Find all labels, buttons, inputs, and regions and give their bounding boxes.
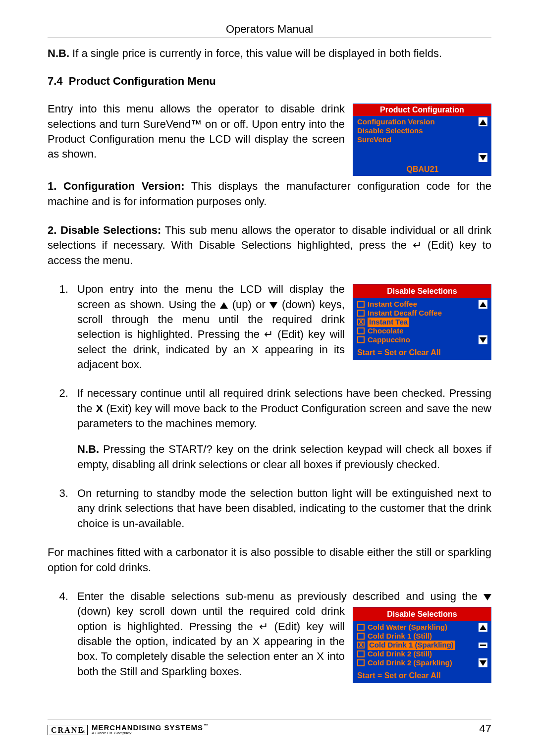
- carbonator-paragraph: For machines fitted with a carbonator it…: [48, 545, 491, 575]
- lcd-row: Cold Drink 1 (Still): [357, 632, 491, 641]
- lcd-row-label: Cold Drink 1 (Still): [368, 632, 432, 641]
- brand-logo: CRANE® MERCHANDISING SYSTEMS™ A Crane Co…: [48, 723, 209, 735]
- scroll-up-icon: [479, 623, 487, 632]
- page-number: 47: [480, 722, 491, 735]
- lcd-row: Cold Drink 2 (Still): [357, 649, 491, 658]
- section-heading: 7.4 Product Configuration Menu: [48, 75, 491, 88]
- lcd-row: Instant Decaff Coffee: [357, 309, 491, 318]
- step-4-text-a: Enter the disable selections sub-menu as…: [77, 590, 483, 602]
- scroll-down-icon: [479, 153, 487, 162]
- steps-list: Disable SelectionsInstant CoffeeInstant …: [48, 282, 491, 531]
- up-icon: [220, 302, 228, 309]
- step-2-nb-label: N.B.: [77, 443, 99, 455]
- lcd-product-configuration: Product ConfigurationConfiguration Versi…: [353, 104, 491, 176]
- checkbox-icon: [357, 336, 365, 343]
- step-1-text-b: (up) or: [228, 298, 269, 311]
- lcd-row-label: Cappuccino: [368, 335, 410, 344]
- config-version-label: 1. Configuration Version:: [48, 180, 185, 192]
- checkbox-icon: [357, 624, 365, 631]
- config-version-paragraph: 1. Configuration Version: This displays …: [48, 179, 491, 209]
- lcd-title: Disable Selections: [353, 607, 491, 621]
- lcd-row-label: Instant Decaff Coffee: [368, 309, 442, 318]
- step-2-nb: N.B. Pressing the START/? key on the dri…: [77, 442, 491, 472]
- checkbox-icon: [357, 650, 365, 657]
- nb-text: If a single price is currently in force,…: [69, 47, 442, 59]
- scroll-down-icon: [479, 658, 487, 667]
- scroll-up-icon: [479, 117, 487, 126]
- lcd-row-label: Cold Drink 1 (Sparkling): [368, 641, 455, 650]
- checkbox-icon: [357, 633, 365, 640]
- lcd-row-label: Configuration Version: [357, 117, 435, 126]
- checkbox-icon: [357, 310, 365, 317]
- scrollbar-thumb-icon: [479, 643, 487, 648]
- lcd-title: Product Configuration: [353, 104, 491, 116]
- brand-subtitle: MERCHANDISING SYSTEMS™ A Crane Co. Compa…: [92, 723, 209, 735]
- lcd-row-label: Disable Selections: [357, 126, 423, 135]
- section-title: Product Configuration Menu: [69, 75, 216, 87]
- lcd-row: Configuration Version: [357, 117, 491, 126]
- lcd-row-label: Cold Water (Sparkling): [368, 623, 447, 632]
- checkbox-icon: [357, 659, 365, 666]
- enter-icon: ↵: [413, 239, 422, 251]
- lcd-row: Cold Drink 2 (Sparkling): [357, 658, 491, 667]
- step-3: On returning to standby mode the selecti…: [71, 486, 491, 531]
- checkbox-icon: [357, 301, 365, 308]
- lcd-row: XInstant Tea: [357, 318, 491, 326]
- scroll-up-icon: [479, 300, 487, 309]
- header-rule: [48, 38, 491, 38]
- steps-list-2: Enter the disable selections sub-menu as…: [48, 589, 491, 687]
- brand-box: CRANE®: [48, 725, 88, 735]
- lcd-row: Cold Water (Sparkling): [357, 623, 491, 632]
- checkbox-icon: X: [357, 319, 365, 325]
- disable-selections-label: 2. Disable Selections:: [48, 224, 161, 236]
- lcd-row: [357, 144, 491, 153]
- lcd-footer: QBAU21: [353, 163, 491, 175]
- lcd-row: Instant Coffee: [357, 300, 491, 309]
- registered-icon: ®: [82, 730, 86, 734]
- scroll-down-icon: [479, 335, 487, 344]
- disable-selections-paragraph: 2. Disable Selections: This sub menu all…: [48, 223, 491, 268]
- trademark-icon: ™: [203, 723, 209, 728]
- exit-key-label: X: [96, 402, 103, 415]
- lcd-row-label: Instant Coffee: [368, 300, 417, 309]
- checkbox-icon: X: [357, 642, 365, 648]
- lcd-row: Disable Selections: [357, 126, 491, 135]
- page-footer: CRANE® MERCHANDISING SYSTEMS™ A Crane Co…: [48, 719, 491, 735]
- lcd-row-label: Cold Drink 2 (Still): [368, 649, 432, 658]
- step-1: Disable SelectionsInstant CoffeeInstant …: [71, 282, 491, 372]
- step-2-nb-text: Pressing the START/? key on the drink se…: [77, 443, 491, 470]
- lcd-footer: Start = Set or Clear All: [353, 669, 491, 683]
- lcd-title: Disable Selections: [353, 284, 491, 298]
- nb-label: N.B.: [48, 47, 69, 59]
- lcd-row: Chocolate: [357, 326, 491, 335]
- footer-rule: [48, 719, 491, 719]
- section-number: 7.4: [48, 75, 63, 87]
- down-icon: [269, 302, 277, 309]
- enter-icon: ↵: [264, 328, 273, 340]
- lcd-row: SureVend: [357, 135, 491, 144]
- nb-single-price: N.B. If a single price is currently in f…: [48, 46, 491, 61]
- lcd-footer: Start = Set or Clear All: [353, 346, 491, 360]
- brand-name: CRANE: [51, 726, 84, 734]
- lcd-row: Cappuccino: [357, 335, 491, 344]
- lcd-row-label: SureVend: [357, 135, 391, 144]
- lcd-disable-selections-2: Disable SelectionsCold Water (Sparkling)…: [353, 607, 491, 683]
- lcd-row-label: Cold Drink 2 (Sparkling): [368, 658, 452, 667]
- step-3-text: On returning to standby mode the selecti…: [77, 487, 491, 530]
- down-icon: [483, 594, 491, 600]
- checkbox-icon: [357, 327, 365, 334]
- lcd-row: XCold Drink 1 (Sparkling): [357, 641, 491, 649]
- lcd-row-label: Instant Tea: [368, 318, 409, 327]
- lcd-disable-selections-1: Disable SelectionsInstant CoffeeInstant …: [353, 284, 491, 360]
- lcd-row-label: Chocolate: [368, 326, 404, 335]
- lcd-row: [357, 153, 491, 162]
- enter-icon: ↵: [259, 620, 268, 633]
- page-header-title: Operators Manual: [48, 23, 491, 36]
- step-2-text-b: (Exit) key will move back to the Product…: [77, 402, 491, 430]
- step-2: If necessary continue until all required…: [71, 386, 491, 472]
- step-4: Enter the disable selections sub-menu as…: [71, 589, 491, 687]
